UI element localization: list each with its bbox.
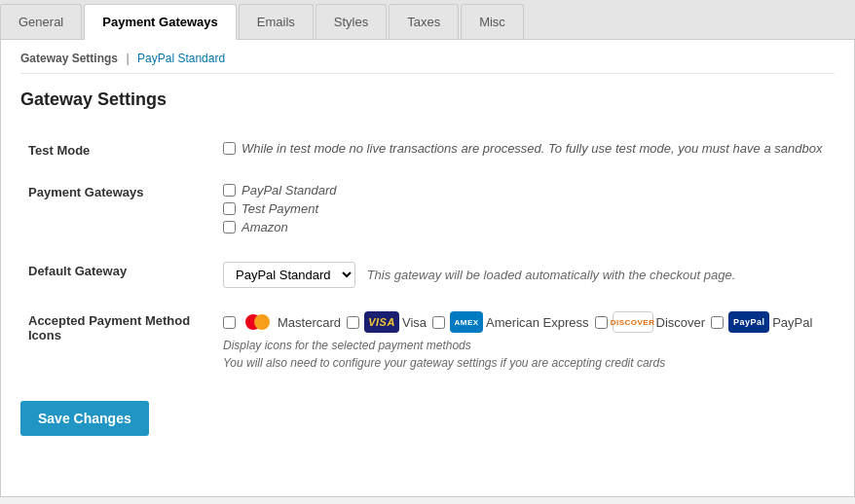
tab-taxes[interactable]: Taxes [389, 4, 459, 39]
payment-icons-label: Accepted Payment Method Icons [20, 300, 215, 381]
tab-misc[interactable]: Misc [461, 4, 524, 39]
test-mode-field: While in test mode no live transactions … [215, 129, 835, 171]
test-mode-checkbox[interactable] [223, 142, 236, 155]
breadcrumb-separator: | [126, 52, 129, 65]
paypal-standard-item: PayPal Standard [223, 183, 827, 198]
payment-gateways-label: Payment Gateways [20, 171, 215, 250]
payment-icons-list: Mastercard VISA Visa AMEX American [223, 311, 827, 333]
content-area: Gateway Settings | PayPal Standard Gatew… [0, 40, 855, 497]
settings-table: Test Mode While in test mode no live tra… [20, 129, 835, 381]
test-payment-label: Test Payment [242, 201, 318, 216]
breadcrumb: Gateway Settings | PayPal Standard [20, 52, 835, 74]
default-gateway-label: Default Gateway [20, 250, 215, 300]
test-payment-item: Test Payment [223, 201, 827, 216]
paypal-checkbox[interactable] [711, 316, 724, 329]
amex-checkbox[interactable] [432, 316, 445, 329]
tab-general[interactable]: General [0, 4, 82, 39]
default-gateway-description: This gateway will be loaded automaticall… [367, 268, 736, 282]
test-mode-checkbox-item: While in test mode no live transactions … [223, 141, 827, 156]
mastercard-circles [245, 311, 270, 333]
test-mode-row: Test Mode While in test mode no live tra… [20, 129, 835, 171]
default-gateway-row: Default Gateway PayPal Standard Test Pay… [20, 250, 835, 300]
amex-item: AMEX American Express [432, 311, 588, 333]
discover-label: Discover [656, 315, 706, 330]
amex-icon: AMEX [450, 311, 483, 333]
visa-icon: VISA [364, 311, 399, 333]
breadcrumb-current: Gateway Settings [20, 52, 118, 65]
payment-gateways-field: PayPal Standard Test Payment Amazon [215, 171, 835, 250]
payment-icons-hint2: You will also need to configure your gat… [223, 356, 827, 370]
test-mode-description: While in test mode no live transactions … [242, 141, 822, 156]
paypal-standard-checkbox[interactable] [223, 184, 236, 197]
visa-item: VISA Visa [347, 311, 427, 333]
tab-payment-gateways[interactable]: Payment Gateways [84, 4, 237, 40]
section-title: Gateway Settings [20, 90, 835, 110]
tab-styles[interactable]: Styles [316, 4, 387, 39]
payment-icons-hint1: Display icons for the selected payment m… [223, 339, 827, 352]
amazon-checkbox[interactable] [223, 221, 236, 234]
test-payment-checkbox[interactable] [223, 202, 236, 215]
paypal-icon: PayPal [728, 311, 769, 333]
discover-icon: DISCOVER [613, 311, 653, 333]
discover-checkbox[interactable] [595, 316, 608, 329]
default-gateway-field: PayPal Standard Test Payment Amazon This… [215, 250, 835, 300]
amazon-label: Amazon [242, 220, 288, 234]
breadcrumb-link[interactable]: PayPal Standard [137, 52, 225, 65]
paypal-standard-label: PayPal Standard [242, 183, 337, 198]
default-gateway-select[interactable]: PayPal Standard Test Payment Amazon [223, 262, 355, 288]
payment-icons-row: Accepted Payment Method Icons [20, 300, 835, 381]
paypal-item: PayPal PayPal [711, 311, 812, 333]
visa-checkbox[interactable] [347, 316, 359, 329]
tab-emails[interactable]: Emails [239, 4, 314, 39]
amex-label: American Express [486, 315, 588, 330]
mastercard-checkbox[interactable] [223, 316, 236, 329]
save-changes-button[interactable]: Save Changes [20, 401, 149, 436]
payment-icons-field-label: Accepted Payment Method Icons [28, 313, 190, 342]
payment-icons-field: Mastercard VISA Visa AMEX American [215, 300, 835, 381]
amazon-item: Amazon [223, 220, 827, 234]
tabs-bar: General Payment Gateways Emails Styles T… [0, 0, 855, 40]
visa-label: Visa [402, 315, 427, 330]
mastercard-icon [241, 311, 275, 333]
mc-orange-circle [254, 314, 270, 330]
mastercard-item: Mastercard [223, 311, 341, 333]
test-mode-label: Test Mode [20, 129, 215, 171]
mastercard-label: Mastercard [278, 315, 341, 330]
discover-item: DISCOVER Discover [595, 311, 706, 333]
paypal-label: PayPal [772, 315, 812, 330]
payment-gateways-row: Payment Gateways PayPal Standard Test Pa… [20, 171, 835, 250]
